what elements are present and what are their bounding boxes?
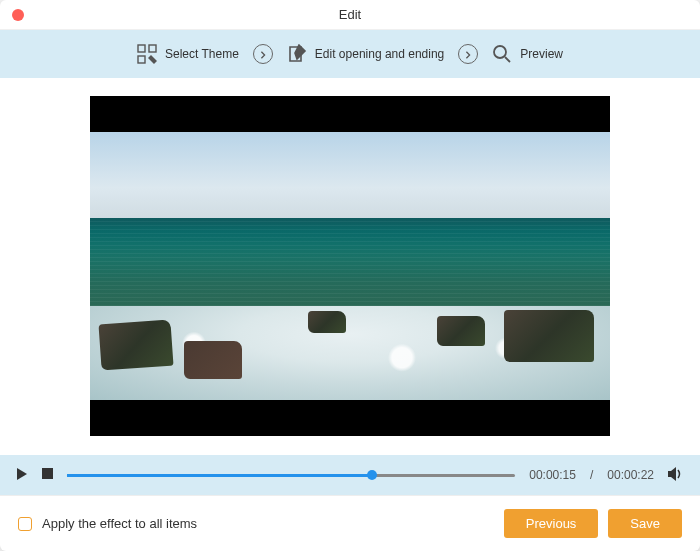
previous-button[interactable]: Previous [504,509,599,538]
total-time: 00:00:22 [607,468,654,482]
volume-icon [668,467,684,484]
edit-opening-button[interactable]: Edit opening and ending [287,44,444,64]
playback-controls: 00:00:15 / 00:00:22 [0,455,700,495]
select-theme-button[interactable]: Select Theme [137,44,239,64]
apply-all-label: Apply the effect to all items [42,516,197,531]
chevron-right-icon [259,45,267,63]
svg-rect-2 [138,56,145,63]
progress-fill [67,474,372,477]
edit-window: Edit Select Theme [0,0,700,551]
titlebar: Edit [0,0,700,30]
svg-rect-0 [138,45,145,52]
time-separator: / [590,468,593,482]
play-button[interactable] [16,467,28,484]
progress-slider[interactable] [67,474,515,477]
edit-opening-label: Edit opening and ending [315,47,444,61]
window-title: Edit [0,7,700,22]
step-next-1[interactable] [253,44,273,64]
svg-point-3 [494,46,506,58]
apply-all-checkbox[interactable] [18,517,32,531]
edit-pencil-icon [287,44,307,64]
volume-button[interactable] [668,467,684,484]
video-area [0,78,700,455]
chevron-right-icon [464,45,472,63]
progress-thumb[interactable] [367,470,377,480]
preview-button[interactable]: Preview [492,44,563,64]
video-content [90,132,610,400]
footer: Apply the effect to all items Previous S… [0,495,700,551]
magnifier-icon [492,44,512,64]
letterbox-top [90,96,610,132]
step-toolbar: Select Theme Edit opening and ending [0,30,700,78]
preview-label: Preview [520,47,563,61]
letterbox-bottom [90,400,610,436]
current-time: 00:00:15 [529,468,576,482]
stop-button[interactable] [42,468,53,482]
play-icon [16,467,28,484]
theme-grid-icon [137,44,157,64]
save-button[interactable]: Save [608,509,682,538]
video-preview[interactable] [90,96,610,436]
svg-rect-4 [42,468,53,479]
select-theme-label: Select Theme [165,47,239,61]
step-next-2[interactable] [458,44,478,64]
stop-icon [42,468,53,482]
svg-rect-1 [149,45,156,52]
